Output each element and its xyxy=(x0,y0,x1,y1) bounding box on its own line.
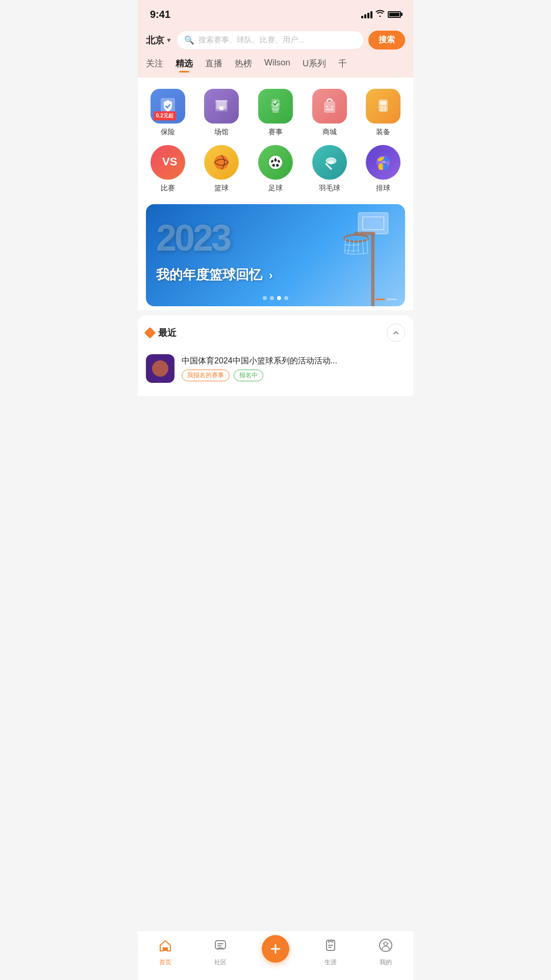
header: 北京 ▼ 🔍 搜索赛事、球队、比赛、用户... 搜索 xyxy=(138,27,413,58)
collapse-button[interactable] xyxy=(387,324,405,342)
banner-arrow-icon: › xyxy=(269,269,272,282)
progress-seg-1 xyxy=(375,299,385,300)
hoop-illustration xyxy=(303,204,405,306)
main-content: 0.2元起 保险 场馆 xyxy=(138,78,413,310)
banner-progress xyxy=(375,299,397,300)
basketball-label: 篮球 xyxy=(214,184,229,193)
recent-title: 最近 xyxy=(146,327,177,339)
volleyball-label: 排球 xyxy=(376,184,390,193)
svg-point-43 xyxy=(152,360,168,377)
basketball-icon-circle xyxy=(204,145,239,180)
wifi-icon xyxy=(375,10,385,19)
tab-live[interactable]: 直播 xyxy=(205,58,222,71)
tab-thousand[interactable]: 千 xyxy=(338,58,347,71)
icon-match[interactable]: VS 比赛 xyxy=(142,142,194,196)
battery-icon xyxy=(388,11,401,18)
recent-item-name: 中国体育2024中国小篮球系列的活动活动... xyxy=(182,356,405,366)
shop-icon-box xyxy=(312,89,347,124)
status-icons xyxy=(361,10,401,19)
insurance-label: 保险 xyxy=(161,128,175,137)
nav-tabs: 关注 精选 直播 热榜 Wilson U系列 千 xyxy=(138,58,413,78)
icon-event[interactable]: 赛事 xyxy=(249,86,302,140)
svg-rect-13 xyxy=(380,101,386,105)
chevron-down-icon: ▼ xyxy=(166,37,172,44)
status-bar: 9:41 xyxy=(138,0,413,27)
banner-dots xyxy=(263,296,288,300)
svg-point-16 xyxy=(214,155,229,169)
svg-rect-34 xyxy=(371,234,374,306)
soccer-icon-circle xyxy=(258,145,293,180)
search-placeholder: 搜索赛事、球队、比赛、用户... xyxy=(198,35,356,45)
tab-follow[interactable]: 关注 xyxy=(146,58,163,71)
banner[interactable]: 2023 我的年度篮球回忆 › xyxy=(146,204,405,306)
svg-point-36 xyxy=(344,235,368,241)
recent-section: 最近 🏀 中国体育2024中国小篮球系列的活动活动... 我报名的赛事 报名中 xyxy=(138,315,413,396)
svg-text:23: 23 xyxy=(380,106,386,112)
venue-icon-box xyxy=(204,89,239,124)
diamond-icon xyxy=(144,327,156,339)
dot-1 xyxy=(263,296,267,300)
gear-icon-box: 23 xyxy=(366,89,400,124)
badminton-icon-circle xyxy=(312,145,347,180)
icon-shop[interactable]: 商城 xyxy=(304,86,356,140)
event-icon-box xyxy=(258,89,293,124)
volleyball-icon-circle xyxy=(366,145,400,180)
shop-label: 商城 xyxy=(322,128,337,137)
svg-line-41 xyxy=(363,240,364,253)
icon-gear[interactable]: 23 装备 xyxy=(357,86,409,140)
svg-text:VS: VS xyxy=(162,155,177,168)
dot-4 xyxy=(284,296,288,300)
icon-insurance[interactable]: 0.2元起 保险 xyxy=(142,86,194,140)
search-icon: 🔍 xyxy=(184,35,194,45)
dot-2 xyxy=(270,296,274,300)
svg-rect-11 xyxy=(326,109,333,110)
insurance-icon-box: 0.2元起 xyxy=(151,89,185,124)
tab-useries[interactable]: U系列 xyxy=(303,58,326,71)
progress-seg-2 xyxy=(387,299,397,300)
tab-trending[interactable]: 热榜 xyxy=(235,58,252,71)
icon-badminton[interactable]: 羽毛球 xyxy=(304,142,356,196)
recent-info: 中国体育2024中国小篮球系列的活动活动... 我报名的赛事 报名中 xyxy=(182,356,405,381)
dot-3 xyxy=(277,296,281,300)
location-button[interactable]: 北京 ▼ xyxy=(146,34,172,46)
insurance-badge: 0.2元起 xyxy=(154,111,176,120)
tab-wilson[interactable]: Wilson xyxy=(264,58,290,71)
icon-grid: 0.2元起 保险 场馆 xyxy=(138,78,413,200)
tab-featured[interactable]: 精选 xyxy=(176,58,193,71)
icon-basketball[interactable]: 篮球 xyxy=(196,142,248,196)
svg-point-9 xyxy=(326,106,328,108)
event-label: 赛事 xyxy=(268,128,283,137)
badminton-label: 羽毛球 xyxy=(319,184,340,193)
soccer-label: 足球 xyxy=(268,184,283,193)
banner-year: 2023 xyxy=(156,219,230,256)
svg-rect-7 xyxy=(272,109,279,113)
match-icon-circle: VS xyxy=(151,145,185,180)
location-label: 北京 xyxy=(146,34,164,46)
tag-status: 报名中 xyxy=(234,370,263,381)
recent-header: 最近 xyxy=(146,324,405,342)
svg-rect-4 xyxy=(215,100,228,102)
banner-text: 我的年度篮球回忆 › xyxy=(156,266,273,284)
status-time: 9:41 xyxy=(150,9,170,20)
gear-label: 装备 xyxy=(376,128,390,137)
svg-line-42 xyxy=(367,238,368,253)
search-bar[interactable]: 🔍 搜索赛事、球队、比赛、用户... xyxy=(177,31,363,49)
svg-rect-8 xyxy=(324,102,335,113)
venue-label: 场馆 xyxy=(214,128,229,137)
svg-point-10 xyxy=(331,106,333,108)
match-label: 比赛 xyxy=(161,184,175,193)
svg-rect-3 xyxy=(219,106,223,110)
signal-icon xyxy=(361,10,372,18)
icon-venue[interactable]: 场馆 xyxy=(196,86,248,140)
recent-tags: 我报名的赛事 报名中 xyxy=(182,370,405,381)
recent-avatar: 🏀 xyxy=(146,354,174,383)
svg-line-37 xyxy=(345,238,346,253)
icon-soccer[interactable]: 足球 xyxy=(249,142,302,196)
tag-registered: 我报名的赛事 xyxy=(182,370,230,381)
recent-item[interactable]: 🏀 中国体育2024中国小篮球系列的活动活动... 我报名的赛事 报名中 xyxy=(146,349,405,388)
search-button[interactable]: 搜索 xyxy=(368,31,405,50)
icon-volleyball[interactable]: 排球 xyxy=(357,142,409,196)
